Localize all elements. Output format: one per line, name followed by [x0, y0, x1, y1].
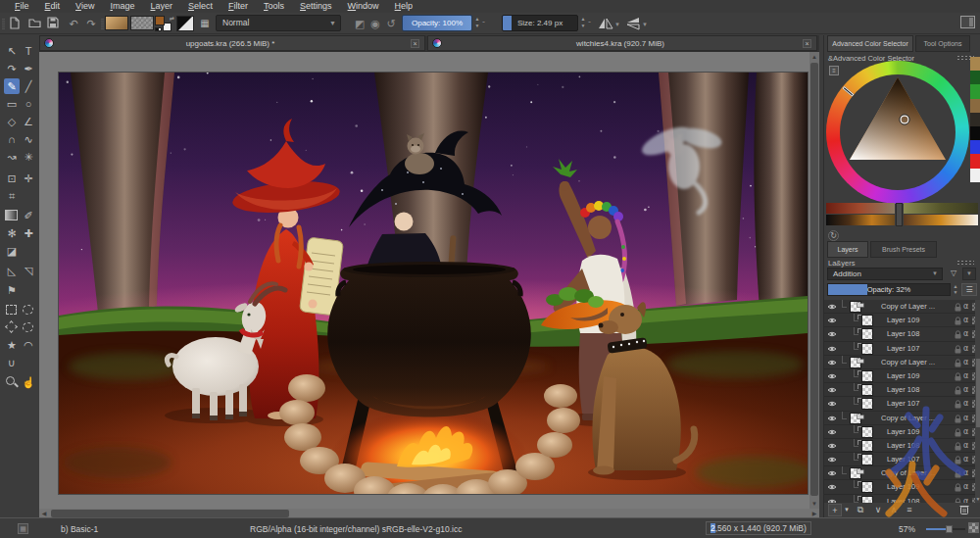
select-shapes-tool[interactable]: ↖ [4, 43, 20, 59]
layer-visibility-icon[interactable] [827, 345, 837, 355]
layer-name[interactable]: Layer 109 [887, 314, 957, 327]
history-swatch[interactable] [970, 169, 980, 182]
layer-thumbnail[interactable] [850, 413, 861, 424]
save-button[interactable] [46, 17, 60, 30]
doc-tab-title[interactable]: upgoats.kra (266.5 MiB) * [54, 39, 407, 48]
layer-thumbnail[interactable] [861, 370, 873, 382]
layer-lock-icon[interactable] [955, 428, 961, 439]
layer-alpha-icon[interactable]: α [963, 495, 968, 503]
history-swatch[interactable] [970, 126, 980, 140]
layer-visibility-icon[interactable] [827, 498, 837, 503]
layer-alpha-icon[interactable]: α [963, 480, 968, 494]
layer-name[interactable]: Layer 109 [887, 369, 957, 383]
layer-lock-icon[interactable] [955, 442, 961, 453]
layer-alpha-icon[interactable]: α [963, 356, 968, 369]
magnetic-select-tool[interactable]: ∪ [4, 355, 20, 370]
shade-strip-2-right[interactable] [904, 215, 978, 225]
layer-thumbnail[interactable] [861, 440, 873, 452]
layer-visibility-icon[interactable] [827, 469, 837, 479]
layer-thumbnail[interactable] [861, 426, 873, 438]
layer-lock-icon[interactable] [955, 330, 961, 341]
freehand-path-tool[interactable]: ∿ [21, 131, 36, 147]
layer-alpha-icon[interactable]: α [963, 425, 968, 439]
transform-tool[interactable]: ⊡ [4, 171, 20, 186]
layer-row[interactable]: Layer 109 α [824, 369, 980, 383]
layer-name[interactable]: Layer 108 [887, 327, 957, 341]
layer-visibility-icon[interactable] [827, 400, 837, 410]
layer-visibility-icon[interactable] [827, 386, 837, 396]
polyline-tool[interactable]: ∠ [21, 114, 36, 129]
shade-strip-2-left[interactable] [826, 215, 895, 225]
bezier-select-tool[interactable]: ◠ [21, 337, 36, 353]
layer-row[interactable]: Copy of Layer ... α [824, 356, 980, 369]
freehand-select-tool[interactable] [21, 319, 36, 335]
smart-patch-tool[interactable]: ✚ [21, 225, 36, 241]
rect-select-tool[interactable] [4, 302, 20, 318]
selector-settings-icon[interactable]: ≡ [829, 66, 839, 75]
layer-thumbnail[interactable] [861, 454, 873, 465]
assistants-tool[interactable]: ◹ [21, 263, 36, 278]
layer-visibility-icon[interactable] [827, 415, 837, 424]
crop-tool[interactable]: ⌗ [4, 188, 20, 204]
layer-lock-icon[interactable] [955, 400, 961, 411]
colorize-mask-tool[interactable]: ✻ [4, 225, 20, 241]
layer-name[interactable]: Copy of Layer ... [881, 356, 952, 369]
layer-lock-icon[interactable] [955, 359, 961, 369]
pan-tool[interactable]: ☝ [21, 374, 36, 390]
multibrush-tool[interactable]: ✳ [21, 149, 36, 165]
history-swatch[interactable] [970, 71, 980, 84]
text-tool[interactable]: T [21, 43, 36, 59]
opacity-spinner[interactable]: ▲▼ [473, 16, 481, 31]
layer-visibility-icon[interactable] [827, 428, 837, 438]
redo-button[interactable]: ↷ [84, 17, 98, 30]
color-history-swatches[interactable] [970, 57, 980, 182]
layer-alpha-icon[interactable]: α [963, 314, 968, 327]
layer-thumbnail[interactable] [861, 315, 873, 326]
layer-alpha-icon[interactable]: α [963, 369, 968, 383]
brush-editor-button[interactable] [176, 16, 194, 31]
ellipse-tool[interactable]: ○ [21, 96, 36, 112]
layer-thumbnail[interactable] [861, 398, 873, 410]
menu-layer[interactable]: Layer [143, 0, 179, 13]
horizontal-scroll-thumb[interactable] [51, 510, 289, 517]
history-swatch[interactable] [970, 57, 980, 71]
tab-advanced-color-selector[interactable]: Advanced Color Selector [827, 35, 913, 52]
menu-help[interactable]: Help [388, 0, 420, 13]
preset-options-button[interactable]: ◉ [368, 17, 382, 30]
layer-row[interactable]: Copy of Layer ... α [824, 300, 980, 314]
scroll-down-icon[interactable]: ▼ [975, 496, 980, 503]
history-swatch[interactable] [970, 154, 980, 168]
layer-name[interactable]: Layer 107 [887, 397, 957, 411]
layer-opacity-slider[interactable]: Opacity: 32% [827, 283, 951, 296]
layer-name[interactable]: Layer 108 [887, 495, 957, 503]
layer-lock-icon[interactable] [955, 469, 961, 480]
mirror-horizontal-button[interactable] [598, 17, 613, 30]
layer-lock-icon[interactable] [955, 303, 961, 314]
menu-file[interactable]: File [8, 0, 36, 13]
layer-row[interactable]: Layer 108 α [824, 495, 980, 503]
color-history-icon[interactable]: ↻ [828, 230, 839, 241]
menu-image[interactable]: Image [103, 0, 141, 13]
line-tool[interactable]: ╱ [21, 78, 36, 94]
layer-scroll-thumb[interactable] [976, 359, 980, 427]
brush-preset-chooser-button[interactable]: ▦ [198, 17, 212, 30]
layer-name[interactable]: Copy of Layer ... [881, 466, 952, 480]
layer-lock-icon[interactable] [955, 372, 961, 383]
reload-preset-button[interactable]: ↺ [384, 17, 398, 30]
measure-tool[interactable]: ◺ [4, 263, 20, 278]
layer-name[interactable]: Copy of Layer ... [881, 300, 952, 314]
layer-lock-icon[interactable] [955, 317, 961, 327]
close-tab-icon[interactable]: × [411, 39, 419, 48]
layer-name[interactable]: Layer 108 [887, 439, 957, 453]
toolbar-handle[interactable] [2, 18, 5, 29]
polygon-tool[interactable]: ◇ [4, 114, 20, 129]
layer-name[interactable]: Layer 108 [887, 383, 957, 397]
layer-thumbnail[interactable] [850, 467, 861, 479]
brush-preset-status-icon[interactable]: ▦ [18, 523, 28, 534]
layer-name[interactable]: Layer 107 [887, 342, 957, 356]
layer-alpha-icon[interactable]: α [963, 412, 968, 425]
canvas-vertical-scrollbar[interactable]: ▲ ▼ [809, 52, 819, 509]
blending-mode-dropdown[interactable]: Normal ▼ [216, 15, 341, 31]
layer-lock-icon[interactable] [955, 483, 961, 494]
history-swatch[interactable] [970, 84, 980, 98]
